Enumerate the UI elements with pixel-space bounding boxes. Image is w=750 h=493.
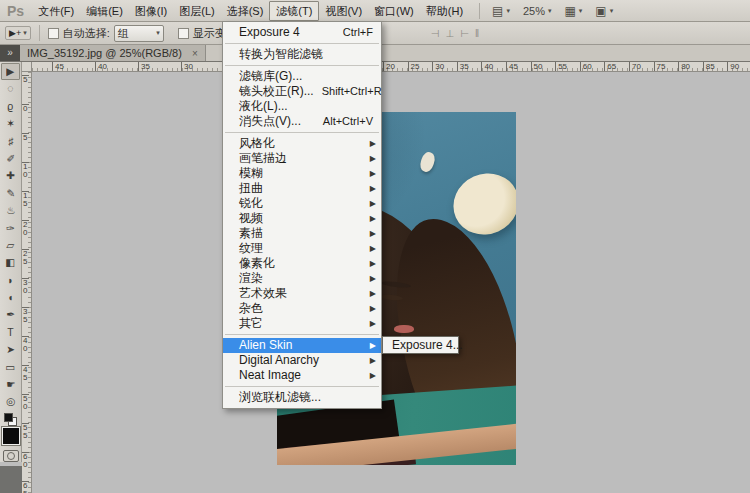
lasso-tool[interactable]: ϱ: [0, 98, 21, 115]
tool-preset-picker[interactable]: ▶+ ▾: [5, 26, 31, 40]
zoom-level-control[interactable]: 25% ▾: [523, 5, 552, 17]
menubar-item-select[interactable]: 选择(S): [221, 1, 270, 21]
submenu-arrow-icon: ▶: [370, 353, 376, 368]
list-item: ⊣: [431, 28, 440, 39]
clone-stamp-tool-icon: ♨: [6, 203, 15, 219]
filter-menu-item-24[interactable]: Digital Anarchy▶: [223, 353, 381, 368]
menu-item-label: 消失点(V)...: [239, 114, 315, 129]
chevron-down-icon: ▾: [579, 7, 583, 15]
filter-menu-item-21[interactable]: 其它▶: [223, 316, 381, 331]
menu-item-label: 风格化: [239, 136, 373, 151]
filter-menu-item-13[interactable]: 锐化▶: [223, 196, 381, 211]
quick-selection-tool[interactable]: ✶: [0, 115, 21, 132]
menu-item-label: Digital Anarchy: [239, 353, 373, 368]
menu-item-label: 液化(L)...: [239, 99, 373, 114]
type-tool-icon: T: [7, 324, 13, 340]
list-item: 40: [481, 62, 506, 72]
list-item: 50: [531, 62, 556, 72]
brush-tool[interactable]: ✎: [0, 185, 21, 202]
menu-item-label: 转换为智能滤镜: [239, 47, 373, 62]
arrange-documents-button[interactable]: ▦ ▾: [564, 4, 582, 18]
clone-stamp-tool[interactable]: ♨: [0, 202, 21, 219]
menubar-item-image[interactable]: 图像(I): [129, 1, 173, 21]
filter-menu-item-23[interactable]: Alien Skin▶: [223, 338, 381, 353]
ruler-origin-corner[interactable]: [22, 62, 32, 72]
screen-mode-button[interactable]: ▣ ▾: [595, 4, 613, 18]
hand-tool[interactable]: ☛: [0, 376, 21, 393]
crop-tool[interactable]: ♯: [0, 133, 21, 150]
menubar-item-file[interactable]: 文件(F): [32, 1, 80, 21]
menubar-item-layer[interactable]: 图层(L): [173, 1, 220, 21]
menubar-item-view[interactable]: 视图(V): [319, 1, 368, 21]
submenu-arrow-icon: ▶: [370, 241, 376, 256]
chevron-down-icon: ▾: [156, 29, 160, 37]
auto-select-checkbox[interactable]: [48, 28, 59, 39]
app-logo: Ps: [7, 3, 24, 19]
filter-menu-item-25[interactable]: Neat Image▶: [223, 368, 381, 383]
auto-select-dropdown[interactable]: 组 ▾: [114, 25, 164, 42]
launch-bridge-button[interactable]: ▤ ▾: [492, 4, 510, 18]
list-item: 65: [22, 481, 29, 493]
quick-mask-button[interactable]: [3, 450, 19, 462]
eyedropper-tool[interactable]: ✐: [0, 150, 21, 167]
panel-collapse-button[interactable]: »: [0, 45, 20, 61]
default-swatches-icon[interactable]: [4, 413, 16, 425]
filter-menu-item-27[interactable]: 浏览联机滤镜...: [223, 390, 381, 405]
menu-item-label: 像素化: [239, 256, 373, 271]
history-brush-tool[interactable]: ✑: [0, 220, 21, 237]
close-icon[interactable]: ×: [192, 48, 198, 59]
type-tool[interactable]: T: [0, 324, 21, 341]
menu-item-label: 模糊: [239, 166, 373, 181]
filter-menu-item-5[interactable]: 镜头校正(R)...Shift+Ctrl+R: [223, 84, 381, 99]
filter-menu-item-14[interactable]: 视频▶: [223, 211, 381, 226]
menubar-item-window[interactable]: 窗口(W): [368, 1, 420, 21]
list-item: ⊢: [460, 28, 469, 39]
move-tool[interactable]: ▶: [1, 63, 20, 80]
filter-menu-item-10[interactable]: 画笔描边▶: [223, 151, 381, 166]
filter-menu-item-16[interactable]: 纹理▶: [223, 241, 381, 256]
vertical-ruler[interactable]: 50510152025303540455055606570: [22, 72, 32, 493]
menubar-item-edit[interactable]: 编辑(E): [80, 1, 129, 21]
shape-tool[interactable]: ▭: [0, 359, 21, 376]
list-item: 60: [22, 452, 29, 481]
blur-tool[interactable]: ◗: [0, 272, 21, 289]
menubar-item-filter[interactable]: 滤镜(T): [269, 1, 319, 21]
list-item: 40: [95, 62, 138, 72]
filter-menu-item-6[interactable]: 液化(L)...: [223, 99, 381, 114]
photo-lips: [394, 325, 414, 333]
submenu-arrow-icon: ▶: [370, 226, 376, 241]
list-item: 40: [22, 336, 29, 365]
eraser-tool-icon: ▱: [6, 237, 14, 253]
show-transform-checkbox[interactable]: [178, 28, 189, 39]
filter-menu-item-4[interactable]: 滤镜库(G)...: [223, 69, 381, 84]
filter-menu-item-12[interactable]: 扭曲▶: [223, 181, 381, 196]
menubar-item-help[interactable]: 帮助(H): [420, 1, 469, 21]
filter-menu-item-20[interactable]: 杂色▶: [223, 301, 381, 316]
submenu-arrow-icon: ▶: [370, 338, 376, 353]
dodge-tool[interactable]: ◖: [0, 289, 21, 306]
submenu-item-exposure4[interactable]: Exposure 4...: [383, 337, 458, 353]
filter-menu-item-0[interactable]: Exposure 4Ctrl+F: [223, 25, 381, 40]
pen-tool[interactable]: ✒: [0, 306, 21, 323]
filter-menu-item-2[interactable]: 转换为智能滤镜: [223, 47, 381, 62]
eraser-tool[interactable]: ▱: [0, 237, 21, 254]
gradient-tool[interactable]: ◧: [0, 254, 21, 271]
zoom-tool[interactable]: ◎: [0, 393, 21, 410]
align-buttons[interactable]: ⊣⊥⊢‖: [431, 28, 479, 39]
filter-menu-item-19[interactable]: 艺术效果▶: [223, 286, 381, 301]
filter-menu-item-7[interactable]: 消失点(V)...Alt+Ctrl+V: [223, 114, 381, 129]
horizontal-ruler[interactable]: 4540353025 20253035404550556065707580859…: [32, 62, 750, 72]
filter-menu-item-9[interactable]: 风格化▶: [223, 136, 381, 151]
history-brush-tool-icon: ✑: [6, 220, 15, 236]
filter-menu-item-18[interactable]: 渲染▶: [223, 271, 381, 286]
canvas-pasteboard[interactable]: [32, 72, 750, 493]
document-tab[interactable]: IMG_35192.jpg @ 25%(RGB/8) ×: [20, 45, 206, 61]
marquee-tool[interactable]: ◌: [0, 80, 21, 97]
filter-menu-item-17[interactable]: 像素化▶: [223, 256, 381, 271]
filter-menu-item-15[interactable]: 素描▶: [223, 226, 381, 241]
healing-brush-tool[interactable]: ✚: [0, 167, 21, 184]
path-selection-tool[interactable]: ➤: [0, 341, 21, 358]
submenu-arrow-icon: ▶: [370, 181, 376, 196]
foreground-color-swatch[interactable]: [2, 427, 20, 445]
filter-menu-item-11[interactable]: 模糊▶: [223, 166, 381, 181]
